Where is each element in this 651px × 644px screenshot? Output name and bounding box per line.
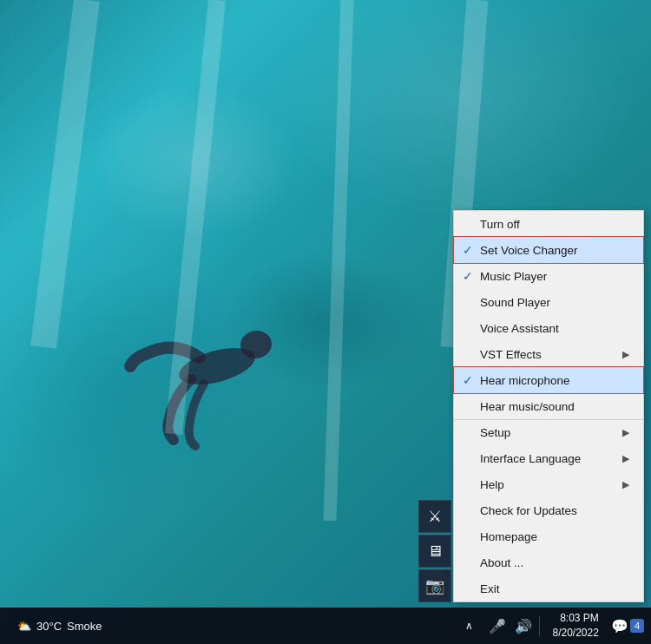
taskbar-right: ∧ 🎤 🔊 8:03 PM 8/20/2022 💬 4 [462, 611, 651, 641]
menu-label-hear-music-sound: Hear music/sound [480, 400, 629, 413]
menu-label-about: About ... [480, 556, 629, 569]
menu-item-turn-off[interactable]: Turn off [454, 211, 643, 237]
menu-item-interface-language[interactable]: Interface Language▶ [454, 445, 643, 471]
tray-expand-button[interactable]: ∧ [462, 616, 477, 635]
submenu-arrow-interface-language: ▶ [622, 453, 629, 464]
menu-label-homepage: Homepage [480, 530, 629, 543]
menu-item-hear-microphone[interactable]: ✓Hear microphone [454, 367, 643, 393]
submenu-arrow-setup: ▶ [622, 427, 629, 438]
menu-label-set-voice-changer: Set Voice Changer [480, 244, 629, 257]
menu-label-help: Help [480, 478, 615, 491]
tray-app-icon-3[interactable]: 📷 [418, 569, 451, 602]
menu-label-interface-language: Interface Language [480, 452, 615, 465]
menu-item-voice-assistant[interactable]: Voice Assistant [454, 315, 643, 341]
taskbar-left: ⛅ 30°C Smoke [0, 620, 113, 633]
svg-line-4 [330, 0, 347, 521]
taskbar: ⛅ 30°C Smoke ∧ 🎤 🔊 8:03 PM 8/20/2022 💬 4 [0, 608, 651, 644]
vertical-tray: ⚔ 🖥 📷 [418, 500, 451, 602]
menu-item-set-voice-changer[interactable]: ✓Set Voice Changer [454, 237, 643, 263]
menu-label-voice-assistant: Voice Assistant [480, 322, 629, 335]
weather-widget: ⛅ 30°C Smoke [7, 620, 113, 633]
microphone-icon: 🎤 [485, 616, 510, 636]
menu-item-check-for-updates[interactable]: Check for Updates [454, 497, 643, 523]
menu-item-help[interactable]: Help▶ [454, 471, 643, 497]
menu-item-music-player[interactable]: ✓Music Player [454, 263, 643, 289]
checkmark-set-voice-changer: ✓ [463, 243, 480, 257]
menu-item-setup[interactable]: Setup▶ [454, 419, 643, 445]
system-clock: 8:03 PM 8/20/2022 [545, 611, 605, 641]
swimmer-illustration [122, 245, 312, 488]
menu-label-exit: Exit [480, 582, 629, 595]
checkmark-music-player: ✓ [463, 269, 480, 283]
weather-icon: ⛅ [17, 620, 31, 633]
menu-label-turn-off: Turn off [480, 218, 629, 231]
menu-item-homepage[interactable]: Homepage [454, 523, 643, 549]
menu-label-sound-player: Sound Player [480, 296, 629, 309]
svg-line-2 [43, 0, 87, 347]
clock-date: 8/20/2022 [552, 626, 598, 641]
menu-item-vst-effects[interactable]: VST Effects▶ [454, 341, 643, 367]
menu-label-setup: Setup [480, 426, 615, 439]
submenu-arrow-help: ▶ [622, 479, 629, 490]
menu-label-hear-microphone: Hear microphone [480, 374, 629, 387]
menu-item-exit[interactable]: Exit [454, 575, 643, 601]
notification-icon: 💬 [611, 618, 628, 634]
checkmark-hear-microphone: ✓ [463, 373, 480, 387]
menu-item-about[interactable]: About ... [454, 549, 643, 575]
temperature-label: 30°C [36, 620, 62, 633]
menu-item-sound-player[interactable]: Sound Player [454, 289, 643, 315]
menu-label-check-for-updates: Check for Updates [480, 504, 629, 517]
tray-app-icon-1[interactable]: ⚔ [418, 500, 451, 533]
context-menu: Turn off✓Set Voice Changer✓Music PlayerS… [453, 210, 644, 602]
tray-app-icon-2[interactable]: 🖥 [418, 535, 451, 568]
menu-item-hear-music-sound[interactable]: Hear music/sound [454, 393, 643, 419]
system-tray: 🎤 🔊 [482, 616, 540, 636]
weather-condition: Smoke [67, 620, 102, 633]
menu-label-vst-effects: VST Effects [480, 348, 615, 361]
clock-time: 8:03 PM [552, 611, 598, 626]
notification-count: 4 [630, 619, 644, 633]
submenu-arrow-vst-effects: ▶ [622, 349, 629, 360]
volume-icon: 🔊 [511, 616, 536, 636]
notification-area[interactable]: 💬 4 [611, 618, 644, 634]
menu-label-music-player: Music Player [480, 270, 629, 283]
